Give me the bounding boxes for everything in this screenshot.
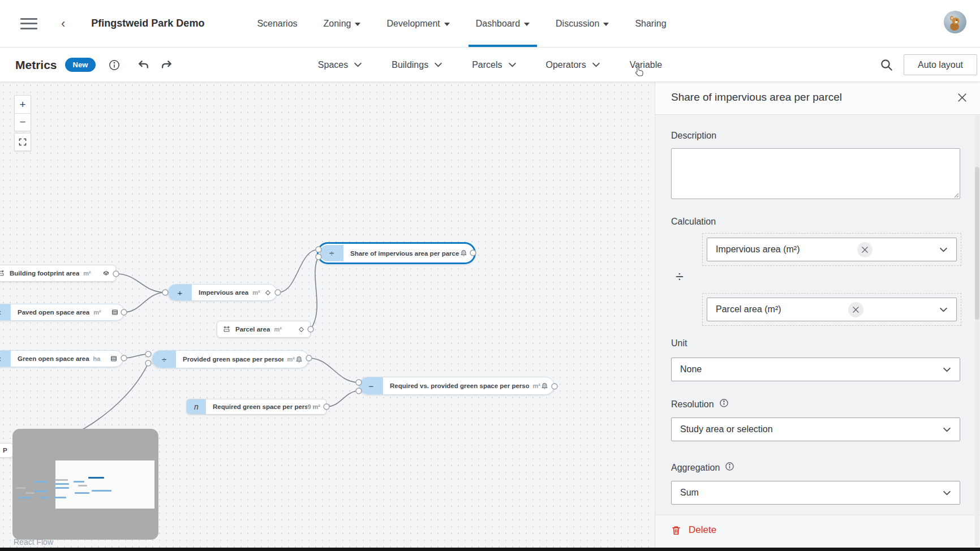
- minimap-node-bar: [75, 492, 89, 494]
- minimap-node-bar: [40, 497, 48, 498]
- minimap-viewport[interactable]: [55, 460, 154, 509]
- menu-spaces[interactable]: Spaces: [303, 60, 377, 70]
- panel-title: Share of impervious area per parcel: [671, 91, 842, 104]
- bell-icon: [540, 382, 549, 390]
- info-icon[interactable]: [719, 398, 729, 410]
- flow-node-parcel-area[interactable]: Parcel aream²: [217, 321, 311, 338]
- nav-tab-zoning[interactable]: Zoning: [311, 0, 374, 47]
- minimap-node-bar: [55, 479, 68, 481]
- node-label: Share of impervious area per parcel: [350, 250, 459, 257]
- new-badge: New: [65, 58, 96, 72]
- resolution-label: Resolution: [671, 398, 729, 410]
- minimap-node-bar: [92, 490, 111, 492]
- node-unit: m²: [533, 382, 540, 389]
- node-label: Provided green space per person: [183, 356, 283, 363]
- flow-node-provided-green-space-per-person[interactable]: ÷Provided green space per personm²: [152, 350, 309, 368]
- resize-handle-icon[interactable]: [953, 192, 959, 198]
- minimap-node-bar: [25, 492, 35, 494]
- chevron-down-icon: [943, 367, 951, 373]
- nav-tab-development[interactable]: Development: [373, 0, 462, 47]
- metrics-toolbar: Metrics New Spaces Buildings Parcels Ope…: [0, 48, 980, 82]
- flow-node-required-vs-provided-green-space-per-person[interactable]: −Required vs. provided green space per p…: [359, 377, 555, 395]
- panel-header: Share of impervious area per parcel: [655, 82, 980, 115]
- minimap-node-bar: [35, 481, 48, 483]
- chevron-down-icon: [592, 60, 600, 70]
- aggregation-select[interactable]: Sum: [671, 481, 960, 505]
- flow-node-share-of-impervious-area-per-parcel[interactable]: ÷Share of impervious area per parcel: [319, 244, 474, 262]
- chevron-down-icon: [943, 427, 951, 433]
- operator-symbol: n: [187, 399, 206, 414]
- zoom-in-button[interactable]: +: [14, 95, 31, 113]
- measure-icon: [0, 269, 5, 277]
- operator-symbol: −: [359, 377, 383, 394]
- bell-icon: [459, 249, 468, 257]
- chevron-down-icon: [939, 247, 948, 253]
- measure-icon: [222, 325, 231, 333]
- minimap-node-bar: [19, 497, 31, 498]
- operator-symbol: ×: [0, 304, 11, 320]
- zoom-out-button[interactable]: −: [14, 113, 31, 131]
- fit-view-button[interactable]: [14, 133, 31, 151]
- nav-tab-dashboard[interactable]: Dashboard: [463, 0, 543, 47]
- unit-select[interactable]: None: [671, 358, 960, 381]
- nav-tab-sharing[interactable]: Sharing: [622, 0, 679, 47]
- menu-variable[interactable]: Variable: [615, 60, 677, 70]
- back-chevron-icon[interactable]: ‹: [61, 18, 65, 30]
- menu-parcels[interactable]: Parcels: [457, 60, 531, 70]
- flow-node-required-green-space-per-person[interactable]: nRequired green space per person9 m²: [186, 399, 326, 415]
- caret-down-icon: [355, 23, 360, 26]
- auto-layout-button[interactable]: Auto layout: [904, 54, 977, 75]
- node-unit: ha: [93, 355, 101, 362]
- menu-operators[interactable]: Operators: [531, 60, 615, 70]
- metrics-flow-canvas[interactable]: ÷Share of impervious area per parcelBuil…: [0, 82, 655, 551]
- flow-node-partial-node-p[interactable]: P: [0, 443, 14, 458]
- variable-details-panel: Share of impervious area per parcel Desc…: [655, 82, 980, 551]
- resolution-select[interactable]: Study area or selection: [671, 417, 960, 441]
- search-icon[interactable]: [880, 58, 893, 72]
- operator-symbol: ×: [0, 351, 11, 367]
- minimap[interactable]: [12, 429, 158, 540]
- node-label: Green open space area: [18, 355, 89, 362]
- node-label: P: [3, 447, 7, 454]
- flow-node-paved-open-space-area[interactable]: ×Paved open space aream²: [0, 304, 124, 321]
- hamburger-menu-icon[interactable]: [20, 18, 37, 29]
- dataset-icon: [110, 355, 118, 363]
- minimap-node-bar: [35, 490, 48, 492]
- operand-2-select[interactable]: Parcel area (m²): [707, 298, 957, 321]
- caret-down-icon: [603, 23, 609, 26]
- menu-buildings[interactable]: Buildings: [377, 60, 457, 70]
- operand-1-select[interactable]: Impervious area (m²): [707, 238, 957, 261]
- screen-bottom-edge: [0, 548, 980, 551]
- flow-node-building-footprint-area[interactable]: Building footprint aream²: [0, 265, 116, 282]
- chevron-down-icon: [943, 490, 951, 496]
- remove-operand-icon[interactable]: [857, 242, 872, 257]
- minimap-node-bar: [55, 487, 69, 489]
- nav-tab-scenarios[interactable]: Scenarios: [244, 0, 310, 47]
- delete-section: Delete: [655, 515, 980, 551]
- undo-icon[interactable]: [136, 59, 150, 71]
- project-title: Pfingstweid Park Demo: [91, 18, 204, 29]
- top-nav-bar: ‹ Pfingstweid Park Demo Scenarios Zoning…: [0, 0, 980, 48]
- redo-icon[interactable]: [160, 59, 174, 71]
- close-icon[interactable]: [958, 93, 966, 104]
- calculation-label: Calculation: [671, 217, 716, 227]
- description-textarea[interactable]: [671, 148, 960, 199]
- user-avatar[interactable]: [944, 11, 966, 33]
- nav-tab-discussion[interactable]: Discussion: [543, 0, 622, 47]
- minimap-node-bar: [74, 481, 84, 483]
- flow-node-impervious-area[interactable]: +Impervious aream²: [167, 284, 277, 301]
- division-operator-symbol: ÷: [676, 269, 684, 285]
- flow-node-green-open-space-area[interactable]: ×Green open space areaha: [0, 350, 123, 367]
- node-label: Parcel area: [235, 326, 270, 333]
- canvas-zoom-controls: + −: [14, 95, 31, 151]
- remove-operand-icon[interactable]: [848, 302, 863, 317]
- chevron-down-icon: [354, 60, 362, 70]
- diamond-icon: [264, 289, 272, 296]
- info-icon[interactable]: [108, 59, 121, 71]
- aggregation-label: Aggregation: [671, 462, 734, 473]
- panel-scrollbar-thumb[interactable]: [975, 167, 979, 320]
- info-icon[interactable]: [725, 462, 734, 473]
- description-label: Description: [671, 131, 716, 141]
- delete-button[interactable]: Delete: [671, 524, 716, 536]
- nav-tabs: Scenarios Zoning Development Dashboard D…: [244, 0, 679, 47]
